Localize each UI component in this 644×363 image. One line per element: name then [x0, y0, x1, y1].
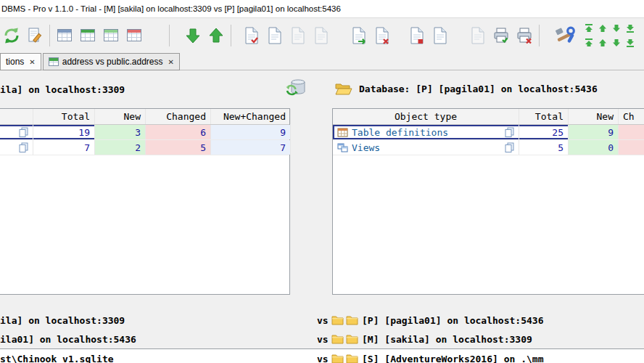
copy-button[interactable]: [19, 142, 28, 152]
green-down-arrow-icon: [184, 27, 202, 44]
table-green-icon: [80, 29, 95, 41]
recent-comparison-row[interactable]: st\Chinook_v1.sqlite vs [S] [AdventureWo…: [0, 351, 644, 363]
object-cell: Views: [333, 140, 519, 155]
document-icon: [268, 27, 282, 44]
next-diff-icon: [611, 23, 622, 33]
new-objects-view-button[interactable]: [76, 21, 99, 50]
new-cell: 0: [569, 140, 619, 155]
close-icon[interactable]: ✕: [29, 58, 35, 66]
printer-red-x-icon: [516, 27, 533, 44]
copy-to-right-button[interactable]: [181, 21, 205, 50]
document-red-check-icon: [244, 27, 259, 44]
recent-right: [P] [pagila01] on localhost:5436: [362, 315, 543, 326]
right-panel-title: Database: [P] [pagila01] on localhost:54…: [359, 83, 598, 94]
export-button[interactable]: [347, 21, 371, 50]
changes-report-button[interactable]: [405, 21, 429, 50]
object-name: Table definitions: [352, 127, 448, 138]
discard-button[interactable]: [371, 21, 394, 50]
database-refresh-icon: [286, 78, 306, 98]
print-button[interactable]: [490, 21, 513, 50]
script-button[interactable]: [263, 21, 286, 50]
right-summary-table: Object type Total New Ch Table definitio…: [332, 108, 644, 295]
script-target-button[interactable]: [286, 21, 310, 50]
archive-button[interactable]: [466, 21, 490, 50]
first-diff-button[interactable]: [582, 21, 595, 36]
table-red-icon: [127, 29, 141, 41]
prev-change-button[interactable]: [595, 36, 609, 50]
copy-icon: [505, 127, 514, 137]
prev-diff-icon: [598, 38, 608, 48]
report-button[interactable]: [429, 21, 452, 50]
document-green-arrow-icon: [352, 27, 366, 44]
new-changed-header: New+Changed: [211, 109, 291, 124]
changed-cell: 6: [146, 125, 211, 139]
next-change-button[interactable]: [609, 36, 623, 50]
copy-button[interactable]: [505, 142, 514, 152]
left-panel-title: ila] on localhost:3309: [0, 84, 125, 95]
table-blue-icon: [57, 29, 72, 41]
recent-comparison-row[interactable]: ila01] on localhost:5436 vs [M] [sakila]…: [0, 331, 644, 348]
tools-icon: [555, 25, 577, 45]
last-change-button[interactable]: [623, 36, 637, 50]
recent-left: ila01] on localhost:5436: [0, 334, 136, 345]
close-icon[interactable]: ✕: [168, 58, 174, 66]
tab-address-compare[interactable]: address vs public.address ✕: [43, 53, 180, 70]
database-refresh-button[interactable]: [284, 76, 307, 99]
recent-comparison-row[interactable]: ila] on localhost:3309 vs [P] [pagila01]…: [0, 312, 644, 330]
table-row[interactable]: 7 2 5 7: [0, 140, 289, 155]
script-source-button[interactable]: [310, 21, 333, 50]
recent-left: ila] on localhost:3309: [0, 315, 125, 326]
toolbar-separator: [539, 25, 540, 46]
copy-to-left-button[interactable]: [205, 21, 228, 50]
diff-report-button[interactable]: [240, 21, 263, 50]
toolbar-separator: [231, 25, 231, 46]
table-row[interactable]: Table definitions 25 9: [333, 125, 644, 140]
table-row[interactable]: Views 5 0: [333, 140, 644, 155]
print-cancel-button[interactable]: [513, 21, 536, 50]
tab-definitions[interactable]: tions ✕: [0, 53, 41, 70]
table-header-row: Object type Total New Ch: [333, 109, 644, 125]
table-header-row: Total New Changed New+Changed: [0, 109, 289, 125]
table-compare-icon: [49, 57, 59, 66]
settings-button[interactable]: [554, 21, 577, 50]
new-changed-cell: 9: [211, 125, 291, 139]
printer-green-check-icon: [492, 27, 510, 44]
folder-icon: [346, 334, 358, 344]
copy-icon: [505, 142, 514, 152]
object-type-header: Object type: [333, 109, 519, 124]
folder-icon: [331, 315, 344, 325]
document-icon: [433, 27, 447, 44]
document-icon: [471, 27, 485, 44]
recent-right: [S] [AdventureWorks2016] on .\mm: [362, 354, 543, 363]
refresh-icon: [2, 26, 21, 45]
object-name: Views: [352, 142, 380, 153]
vs-label: vs: [317, 334, 329, 345]
next-diff-button[interactable]: [609, 21, 623, 36]
toolbar-separator: [49, 25, 50, 46]
tab-label: address vs public.address: [62, 57, 163, 67]
table-row[interactable]: 19 3 6 9: [0, 125, 289, 140]
first-diff-icon: [584, 38, 594, 48]
view-icon: [337, 143, 348, 152]
all-objects-view-button[interactable]: [53, 21, 76, 50]
total-cell: 5: [519, 140, 569, 155]
summary-view-button[interactable]: [123, 21, 146, 50]
open-folder-icon: [335, 82, 352, 96]
changed-header: Changed: [146, 109, 211, 124]
changed-objects-view-button[interactable]: [99, 21, 123, 50]
last-diff-button[interactable]: [623, 21, 637, 36]
title-bar: DBMS - Pro v 1.1.0 - Trial - [M] [sakila…: [0, 0, 644, 18]
first-diff-icon: [584, 23, 594, 33]
green-up-arrow-icon: [207, 27, 225, 44]
refresh-button[interactable]: [0, 21, 23, 50]
new-comparison-button[interactable]: [23, 21, 46, 50]
object-type-header: [0, 109, 33, 124]
copy-button[interactable]: [19, 127, 28, 137]
new-header: New: [95, 109, 146, 124]
prev-diff-button[interactable]: [595, 21, 609, 36]
diff-navigation: [582, 21, 637, 50]
copy-button[interactable]: [505, 127, 514, 137]
first-change-button[interactable]: [582, 36, 595, 50]
total-cell: 25: [519, 125, 569, 139]
new-cell: 3: [95, 125, 146, 139]
